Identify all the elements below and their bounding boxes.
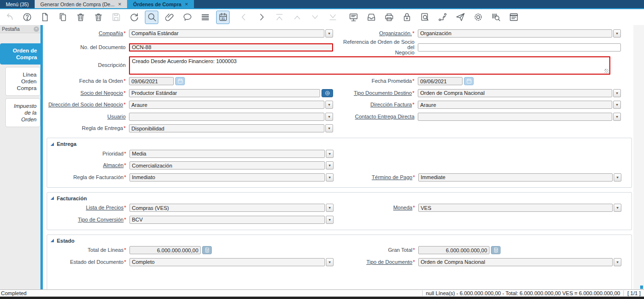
usuario-value[interactable] xyxy=(129,113,324,121)
chevron-down-icon[interactable]: ▼ xyxy=(326,173,334,182)
chevron-down-icon[interactable]: ▼ xyxy=(326,216,334,224)
almacen-value[interactable]: Comercialización xyxy=(129,161,325,169)
attachment-icon[interactable] xyxy=(163,11,176,24)
resize-grip-icon[interactable] xyxy=(605,69,609,73)
calculator-icon[interactable] xyxy=(491,246,501,254)
almacen-combo[interactable]: Comercialización ▼ xyxy=(129,161,334,169)
contacto-value[interactable] xyxy=(418,113,612,121)
organizacion-value[interactable]: Organización xyxy=(418,29,612,38)
tab-generar-orden[interactable]: Generar Orden de Compra (De... ✕ xyxy=(35,0,128,8)
direccion-socio-combo[interactable]: Araure ▼ xyxy=(129,101,333,109)
chevron-down-icon[interactable]: ▼ xyxy=(614,258,621,266)
direccion-factura-combo[interactable]: Araure ▼ xyxy=(418,101,621,109)
new-record-icon[interactable] xyxy=(38,11,52,24)
archive-icon[interactable] xyxy=(364,11,378,24)
copy-record-icon[interactable] xyxy=(56,11,69,24)
help-icon[interactable] xyxy=(20,11,34,24)
last-record-icon[interactable] xyxy=(326,11,339,24)
section-estado-header[interactable]: Estado xyxy=(47,236,631,245)
business-partner-info-icon[interactable] xyxy=(322,89,333,97)
fecha-prometida-value[interactable]: 09/06/2021 xyxy=(418,77,463,85)
section-facturacion-header[interactable]: Facturación xyxy=(47,194,631,202)
termino-pago-value[interactable]: Immediate xyxy=(418,173,613,182)
no-documento-field[interactable]: OCN-88 xyxy=(129,43,333,52)
chevron-down-icon[interactable]: ▼ xyxy=(325,113,333,121)
moneda-value[interactable]: VES xyxy=(418,204,613,212)
chevron-down-icon[interactable]: ▼ xyxy=(325,29,333,38)
compania-combo[interactable]: Compañía Estándar ▼ xyxy=(129,29,333,38)
tipo-documento-value[interactable]: Orden de Compra Nacional xyxy=(418,258,613,266)
chevron-down-icon[interactable]: ▼ xyxy=(326,161,334,169)
regla-facturacion-value[interactable]: Inmediato xyxy=(129,173,325,182)
calculator-icon[interactable] xyxy=(202,246,212,254)
estado-documento-combo[interactable]: Completo ▼ xyxy=(129,258,334,266)
delete-selection-icon[interactable] xyxy=(91,11,105,24)
next-record-icon[interactable] xyxy=(255,11,268,24)
chat-icon[interactable] xyxy=(180,11,194,24)
zoom-across-icon[interactable] xyxy=(418,11,431,24)
sidebar-item-linea-orden-compra[interactable]: Línea Orden Compra xyxy=(5,67,40,96)
fecha-orden-field[interactable]: 09/06/2021 xyxy=(129,77,333,85)
chevron-down-icon[interactable]: ▼ xyxy=(326,258,334,266)
workflow-icon[interactable] xyxy=(436,11,449,24)
chevron-down-icon[interactable]: ▼ xyxy=(613,113,621,121)
lock-icon[interactable] xyxy=(400,11,413,24)
chevron-down-icon[interactable]: ▼ xyxy=(325,124,333,132)
referencia-field[interactable] xyxy=(418,43,621,52)
calendar-picker-icon[interactable] xyxy=(175,77,185,85)
direccion-socio-value[interactable]: Araure xyxy=(129,101,324,109)
close-icon[interactable]: ✕ xyxy=(118,2,122,7)
direccion-factura-value[interactable]: Araure xyxy=(418,101,612,109)
first-record-icon[interactable] xyxy=(272,11,286,24)
compania-value[interactable]: Compañía Estándar xyxy=(129,29,324,38)
chevron-down-icon[interactable]: ▼ xyxy=(326,204,334,212)
chevron-down-icon[interactable]: ▼ xyxy=(614,173,621,182)
find-icon[interactable] xyxy=(145,11,158,24)
previous-record-icon[interactable] xyxy=(237,11,250,24)
socio-field[interactable]: Productor Estándar xyxy=(129,89,333,97)
chevron-down-icon[interactable]: ▼ xyxy=(614,204,621,212)
fecha-prometida-field[interactable]: 09/06/2021 xyxy=(418,77,621,85)
grid-toggle-icon[interactable] xyxy=(198,11,212,24)
detail-record-icon[interactable] xyxy=(308,11,322,24)
descripcion-textarea[interactable]: Creado Desde Acuerdo Financiero: 1000003 xyxy=(129,56,610,75)
estado-documento-value[interactable]: Completo xyxy=(129,258,325,266)
parent-record-icon[interactable] xyxy=(290,11,304,24)
sidebar-item-orden-de-compra[interactable]: Orden de Compra xyxy=(0,43,40,65)
close-icon[interactable]: ✕ xyxy=(185,2,189,7)
organizacion-combo[interactable]: Organización ▼ xyxy=(418,29,621,38)
chevron-down-icon[interactable]: ▼ xyxy=(613,29,621,38)
tipo-doc-destino-combo[interactable]: Orden de Compra Nacional ▼ xyxy=(418,89,621,97)
chevron-down-icon[interactable]: ▼ xyxy=(326,150,334,158)
contacto-combo[interactable]: ▼ xyxy=(418,113,621,121)
tab-ordenes-de-compra[interactable]: Órdenes de Compra ✕ xyxy=(127,0,194,8)
regla-facturacion-combo[interactable]: Inmediato ▼ xyxy=(129,173,334,182)
report-icon[interactable] xyxy=(347,11,360,24)
section-entrega-header[interactable]: Entrega xyxy=(47,140,631,148)
print-icon[interactable] xyxy=(382,11,396,24)
chevron-down-icon[interactable]: ▼ xyxy=(613,89,621,97)
delete-record-icon[interactable] xyxy=(74,11,87,24)
scrollbar-thumb[interactable] xyxy=(640,286,643,289)
scrollbar-track[interactable] xyxy=(633,25,644,289)
socio-value[interactable]: Productor Estándar xyxy=(129,89,320,97)
prioridad-value[interactable]: Media xyxy=(129,150,325,158)
calendar-icon[interactable]: 31 xyxy=(216,11,230,24)
tipo-doc-destino-value[interactable]: Orden de Compra Nacional xyxy=(418,89,612,97)
undo-icon[interactable] xyxy=(2,11,16,24)
termino-pago-combo[interactable]: Immediate ▼ xyxy=(418,173,621,182)
tipo-documento-combo[interactable]: Orden de Compra Nacional ▼ xyxy=(418,258,621,266)
calendar-picker-icon[interactable] xyxy=(464,77,474,85)
regla-entrega-combo[interactable]: Disponibilidad ▼ xyxy=(129,124,333,132)
sidebar-item-impuesto-de-la-orden[interactable]: Impuesto de la Orden xyxy=(5,98,40,127)
lista-precios-combo[interactable]: Compras (VES) ▼ xyxy=(129,204,334,212)
moneda-combo[interactable]: VES ▼ xyxy=(418,204,621,212)
chevron-down-icon[interactable]: ▼ xyxy=(325,101,333,109)
regla-entrega-value[interactable]: Disponibilidad xyxy=(129,124,324,132)
tab-menu[interactable]: Menú (35) xyxy=(0,0,35,8)
preference-icon[interactable] xyxy=(471,11,485,24)
fecha-orden-value[interactable]: 09/06/2021 xyxy=(129,77,174,85)
usuario-combo[interactable]: ▼ xyxy=(129,113,333,121)
chevron-down-icon[interactable]: ▼ xyxy=(613,101,621,109)
save-icon[interactable] xyxy=(109,11,123,24)
